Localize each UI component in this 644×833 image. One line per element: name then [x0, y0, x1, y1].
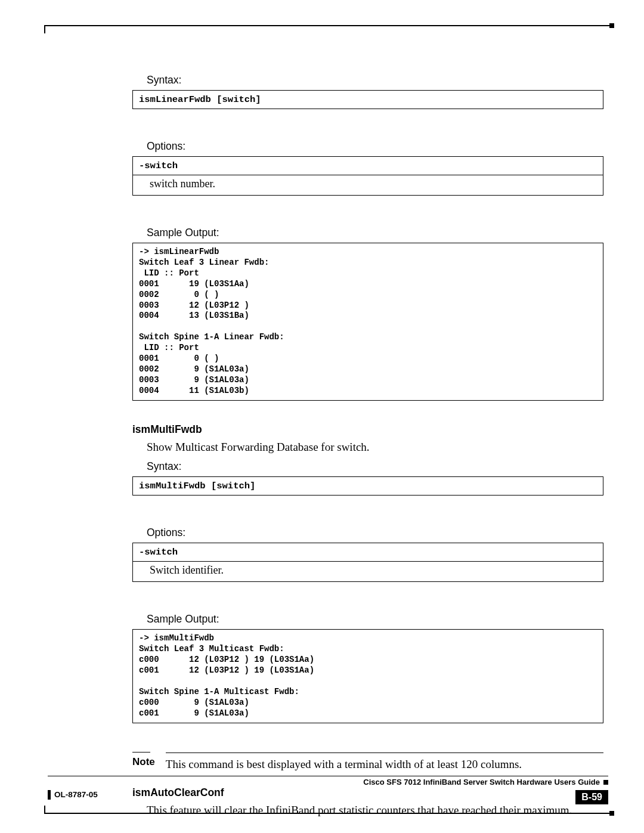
options-box: -switch Switch identifier. [132, 543, 603, 582]
note-text: This command is best displayed with a te… [166, 758, 603, 771]
sample-output-text: -> ismMultiFwdb Switch Leaf 3 Multicast … [133, 630, 603, 722]
syntax-code: ismLinearFwdb [switch] [133, 91, 603, 109]
footer-marker-icon [603, 780, 608, 785]
sample-output-box: -> ismMultiFwdb Switch Leaf 3 Multicast … [132, 629, 603, 723]
syntax-box: ismMultiFwdb [switch] [132, 476, 603, 496]
page-content: Syntax: ismLinearFwdb [switch] Options: … [132, 66, 603, 823]
section-heading-ismmultifwdb: ismMultiFwdb [132, 423, 603, 436]
section-description: Show Multicast Forwarding Database for s… [147, 439, 603, 455]
crop-mark-bottom [44, 806, 611, 814]
note-block: Note This command is best displayed with… [132, 752, 603, 771]
page-number-badge: B-59 [575, 790, 608, 804]
syntax-label: Syntax: [147, 74, 603, 86]
option-name: -switch [133, 157, 603, 175]
note-label: Note [132, 756, 155, 768]
option-desc: switch number. [133, 175, 603, 195]
sample-output-label: Sample Output: [147, 227, 603, 239]
syntax-code: ismMultiFwdb [switch] [133, 477, 603, 495]
footer-doc-id: OL-8787-05 [48, 790, 98, 800]
syntax-label: Syntax: [147, 460, 603, 473]
footer-title: Cisco SFS 7012 InfiniBand Server Switch … [363, 778, 600, 786]
page-footer: Cisco SFS 7012 InfiniBand Server Switch … [48, 776, 608, 804]
options-box: -switch switch number. [132, 156, 603, 196]
sample-output-label: Sample Output: [147, 613, 603, 625]
syntax-box: ismLinearFwdb [switch] [132, 90, 603, 109]
option-name: -switch [133, 543, 603, 562]
crop-mark-top [44, 25, 611, 33]
options-label: Options: [147, 140, 603, 153]
options-label: Options: [147, 527, 603, 539]
sample-output-box: -> ismLinearFwdb Switch Leaf 3 Linear Fw… [132, 243, 603, 401]
option-desc: Switch identifier. [133, 562, 603, 581]
sample-output-text: -> ismLinearFwdb Switch Leaf 3 Linear Fw… [133, 243, 603, 400]
